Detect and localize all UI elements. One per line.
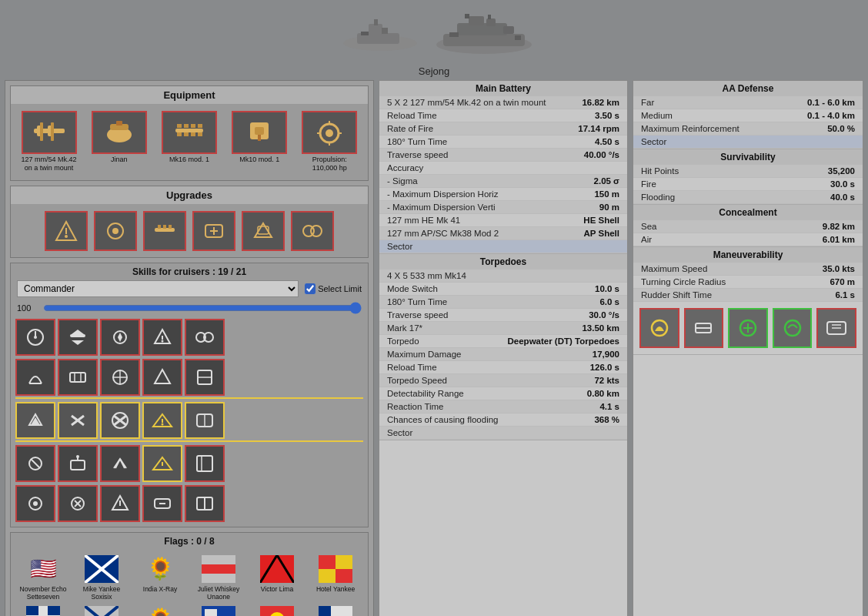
skill-cell-r3c1[interactable] — [15, 402, 55, 439]
torp-label-4: Torpedo — [387, 336, 419, 346]
main-battery-stat-2: 180° Turn Time 4.50 s — [379, 136, 627, 149]
man-value-0: 35.0 kts — [823, 264, 855, 273]
flag-item-6[interactable]: November Foxtrot — [15, 604, 71, 616]
skill-cell-r1c1[interactable] — [15, 319, 55, 356]
torp-label-8: Detectability Range — [387, 389, 464, 398]
svg-rect-93 — [71, 460, 85, 470]
svg-rect-24 — [175, 129, 203, 132]
conc-stat-1: Air 6.01 km — [633, 233, 863, 246]
select-limit-checkbox[interactable] — [305, 283, 315, 294]
skill-cell-r5c3[interactable] — [100, 485, 140, 522]
flag-icon-1 — [80, 553, 123, 585]
flag-item-3[interactable]: Juliet Whiskey Unaone — [191, 553, 246, 601]
flag-label-5: Hotel Yankee — [316, 585, 355, 593]
flag-icon-9 — [197, 604, 240, 616]
flag-item-2[interactable]: 🌻 India X-Ray — [132, 553, 188, 601]
commander-select[interactable]: Commander — [17, 280, 299, 297]
skill-cell-r1c5[interactable] — [185, 319, 225, 356]
flag-item-7[interactable]: Sierra Mike — [74, 604, 129, 616]
skill-cell-r1c4[interactable] — [142, 319, 182, 356]
skill-cell-r3c4[interactable] — [142, 402, 182, 439]
equip-item-1[interactable]: Jinan — [88, 111, 150, 172]
modifier-icon-0[interactable] — [639, 308, 679, 348]
torp-stat-11: Sector — [379, 427, 627, 440]
mb-label-10: Sector — [387, 242, 412, 251]
conc-value-0: 9.82 km — [823, 222, 855, 231]
skill-cell-r1c3[interactable] — [100, 319, 140, 356]
mb-label-1: Rate of Fire — [387, 124, 433, 133]
equip-item-2[interactable]: Mk16 mod. 1 — [159, 111, 220, 172]
skill-cell-r3c5[interactable] — [185, 402, 225, 439]
skill-cell-r2c2[interactable] — [58, 359, 98, 396]
svg-rect-48 — [158, 225, 161, 229]
equip-label-1: Jinan — [111, 156, 128, 164]
flag-item-10[interactable]: India Yankee — [249, 604, 305, 616]
skill-cell-r4c2[interactable] — [58, 445, 98, 482]
skill-cell-r4c5[interactable] — [185, 445, 225, 482]
flag-item-8[interactable]: 🌻 India Delta — [132, 604, 188, 616]
upgrades-section: Upgrades — [10, 186, 369, 258]
skill-cell-r1c2[interactable] — [58, 319, 98, 356]
main-battery-range: 16.82 km — [582, 98, 619, 107]
skill-cell-r2c1[interactable] — [15, 359, 55, 396]
flag-item-4[interactable]: Victor Lima — [249, 553, 305, 601]
surv-stat-1: Fire 30.0 s — [633, 178, 863, 191]
equip-label-2: Mk16 mod. 1 — [169, 156, 209, 164]
skill-cell-r5c1[interactable] — [15, 485, 55, 522]
equip-item-3[interactable]: Mk10 mod. 1 — [229, 111, 290, 172]
main-battery-header: Main Battery — [379, 81, 627, 96]
svg-point-44 — [65, 235, 68, 238]
skill-cell-r2c5[interactable] — [185, 359, 225, 396]
torp-stat-3: Mark 17* 13.50 km — [379, 322, 627, 335]
torp-value-5: 17,900 — [593, 350, 619, 359]
upgrade-icon-0[interactable] — [45, 211, 88, 251]
equip-item-4[interactable]: Propulsion: 110,000 hp — [299, 111, 360, 172]
skill-cell-r5c4[interactable] — [142, 485, 182, 522]
flag-item-0[interactable]: 🇺🇸 November Echo Setteseven — [15, 553, 71, 601]
upgrade-icon-3[interactable] — [192, 211, 235, 251]
flag-item-5[interactable]: Hotel Yankee — [308, 553, 363, 601]
svg-rect-133 — [205, 609, 217, 616]
aa-value-2: 50.0 % — [827, 124, 855, 133]
torpedoes-header: Torpedoes — [379, 254, 627, 270]
svg-point-46 — [112, 228, 119, 234]
modifier-icon-3[interactable] — [773, 308, 813, 348]
svg-rect-20 — [51, 122, 54, 141]
modifier-icon-4[interactable] — [816, 308, 856, 348]
flag-item-11[interactable]: Juliet Charlie — [308, 604, 363, 616]
skill-cell-r2c4[interactable] — [142, 359, 182, 396]
svg-rect-3 — [374, 19, 378, 25]
skill-cell-r3c2[interactable] — [58, 402, 98, 439]
main-battery-stat-4: Accuracy — [379, 162, 627, 175]
skill-cell-r5c2[interactable] — [58, 485, 98, 522]
skill-slider[interactable] — [43, 302, 362, 314]
modifier-icon-1[interactable] — [684, 308, 724, 348]
skill-cell-r5c5[interactable] — [185, 485, 225, 522]
skill-cell-r4c3[interactable] — [100, 445, 140, 482]
skill-cell-r3c3[interactable] — [100, 402, 140, 439]
upgrade-icon-5[interactable] — [291, 211, 334, 251]
equip-icon-0 — [22, 111, 77, 154]
equip-icon-2 — [162, 111, 217, 154]
svg-rect-9 — [469, 16, 484, 25]
skill-cell-r4c1[interactable] — [15, 445, 55, 482]
torp-value-0: 10.0 s — [595, 284, 619, 293]
survivability-header: Survivability — [633, 149, 863, 165]
upgrades-header: Upgrades — [11, 186, 368, 205]
upgrade-icon-4[interactable] — [242, 211, 285, 251]
flag-icon-2: 🌻 — [139, 553, 182, 585]
svg-rect-4 — [382, 28, 388, 34]
skill-cell-r4c4[interactable] — [142, 445, 182, 482]
skill-cell-r2c3[interactable] — [100, 359, 140, 396]
equip-item-0[interactable]: 127 mm/54 Mk.42 on a twin mount — [18, 111, 80, 172]
svg-point-57 — [311, 226, 322, 236]
svg-rect-28 — [198, 124, 202, 128]
modifier-icon-2[interactable] — [728, 308, 768, 348]
torp-stat-2: Traverse speed 30.0 °/s — [379, 309, 627, 322]
flag-item-9[interactable]: Juliet Yankee Bissoton — [191, 604, 246, 616]
upgrade-icon-1[interactable] — [94, 211, 137, 251]
skills-separator-top — [15, 397, 363, 399]
flag-item-1[interactable]: Mike Yankee Soxisix — [74, 553, 129, 601]
torp-value-6: 126.0 s — [590, 363, 619, 372]
upgrade-icon-2[interactable] — [143, 211, 186, 251]
